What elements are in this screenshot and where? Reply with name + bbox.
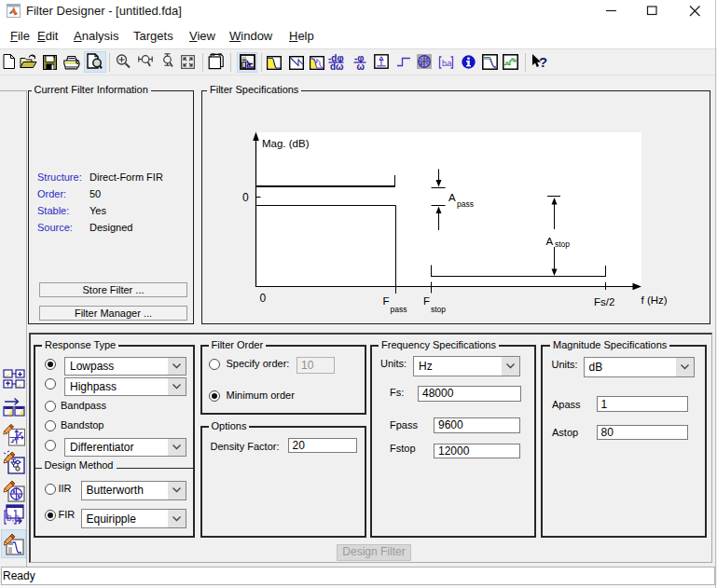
svg-text:f (Hz): f (Hz) [641,294,668,306]
svg-text:A: A [546,236,554,247]
svg-text:dω: dω [330,62,344,71]
svg-text:ω: ω [356,62,365,71]
svg-text:Fs/2: Fs/2 [594,296,614,308]
svg-text:Mag. (dB): Mag. (dB) [262,138,310,149]
svg-text:0: 0 [242,191,249,204]
svg-text:F: F [383,295,390,307]
svg-text:pass: pass [457,199,474,209]
svg-text:b: b [442,58,447,67]
svg-text:stop: stop [555,239,570,249]
svg-text:A: A [448,192,456,203]
svg-text:b,a: b,a [7,513,20,523]
svg-text:F: F [423,295,430,307]
svg-text:?: ? [539,53,547,69]
svg-text:pass: pass [391,305,407,314]
svg-text:stop: stop [431,305,446,314]
svg-text:0: 0 [260,292,267,305]
svg-text:a: a [448,58,452,67]
